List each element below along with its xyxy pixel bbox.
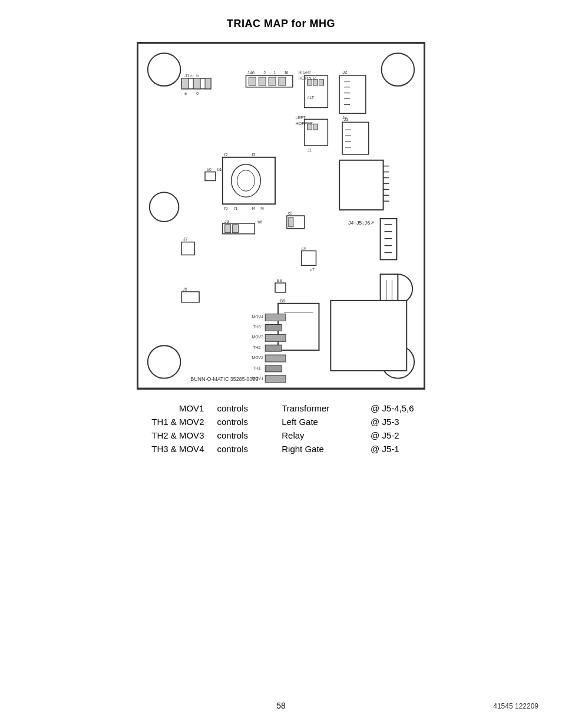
svg-text:f4: f4 [260,206,264,210]
svg-text:TH3: TH3 [253,325,260,329]
svg-text:c7: c7 [310,268,315,272]
location-label: @ J5-2 [363,429,446,442]
svg-rect-20 [279,77,286,85]
svg-text:TH2: TH2 [253,345,260,350]
component-label: TH3 & MOV4 [116,442,210,456]
diagram-container: J1 c b e 0 J46 2 1 J6 RIGHT HOPPER 4LT J… [137,42,425,390]
svg-text:c0: c0 [288,211,292,215]
svg-text:f4: f4 [252,206,255,210]
svg-rect-30 [313,80,318,85]
svg-text:f3: f3 [252,153,255,157]
svg-text:1: 1 [273,71,276,75]
svg-rect-44 [313,124,318,130]
svg-text:b0: b0 [207,167,211,172]
svg-text:f0: f0 [224,206,228,210]
svg-text:MOV2: MOV2 [252,355,263,360]
svg-rect-8 [181,78,189,89]
svg-rect-86 [275,283,286,292]
svg-rect-90 [278,304,319,350]
action-label: controls [210,401,275,415]
svg-text:f1: f1 [234,206,238,210]
svg-rect-29 [308,80,312,85]
svg-rect-10 [205,78,211,89]
svg-rect-83 [302,251,316,266]
svg-rect-32 [339,75,366,113]
svg-text:4LT: 4LT [308,95,315,100]
svg-rect-101 [265,345,282,351]
svg-rect-105 [265,365,282,372]
svg-rect-9 [193,78,200,89]
svg-text:f2: f2 [224,153,228,157]
svg-rect-17 [249,77,256,85]
svg-text:MOV3: MOV3 [252,335,263,339]
doc-number: 41545 122209 [493,702,538,710]
svg-text:J2: J2 [342,70,347,75]
svg-text:MOV4: MOV4 [252,315,263,319]
legend-table: MOV1controlsTransformer@ J5-4,5,6TH1 & M… [116,401,446,456]
svg-text:2: 2 [263,71,266,75]
target-label: Transformer [275,401,363,415]
component-label: MOV1 [116,401,210,415]
svg-text:J3: J3 [343,117,349,122]
action-label: controls [210,442,275,456]
component-label: TH2 & MOV3 [116,429,210,442]
svg-rect-18 [259,77,266,85]
component-label: TH1 & MOV2 [116,415,210,429]
svg-rect-99 [265,334,286,341]
svg-rect-74 [225,225,231,233]
svg-rect-77 [205,172,216,181]
page-footer: 58 [0,701,562,710]
target-label: Relay [275,429,363,442]
svg-text:0: 0 [196,91,199,95]
location-label: @ J5-1 [363,442,446,456]
svg-rect-103 [265,355,286,362]
svg-text:RIGHT: RIGHT [299,70,312,74]
page-title: TRIAC MAP for MHG [0,0,562,42]
target-label: Left Gate [275,415,363,429]
target-label: Right Gate [275,442,363,456]
svg-text:b: b [196,74,199,78]
svg-rect-43 [308,124,312,130]
svg-rect-107 [265,375,286,383]
page-number: 58 [276,701,286,710]
svg-text:J4↑J5↓J6↗: J4↑J5↓J6↗ [348,220,375,226]
svg-point-5 [150,192,179,222]
location-label: @ J5-3 [363,415,446,429]
svg-rect-88 [181,292,199,302]
svg-rect-52 [339,160,383,210]
action-label: controls [210,429,275,442]
svg-point-2 [382,53,415,86]
svg-rect-19 [269,77,276,85]
svg-text:J6: J6 [284,71,288,75]
svg-rect-81 [289,218,293,227]
svg-rect-46 [342,122,369,154]
svg-text:LEFT: LEFT [296,116,306,120]
svg-rect-31 [319,80,323,85]
svg-rect-93 [330,301,406,371]
svg-text:c4: c4 [302,246,306,251]
location-label: @ J5-4,5,6 [363,401,446,415]
legend-row: TH2 & MOV3controlsRelay@ J5-2 [116,429,446,442]
legend-row: TH3 & MOV4controlsRight Gate@ J5-1 [116,442,446,456]
svg-rect-75 [233,225,239,233]
svg-text:TH1: TH1 [253,366,260,370]
svg-rect-109 [181,242,194,255]
svg-point-1 [148,53,181,86]
svg-text:b1: b1 [217,167,222,172]
svg-text:B8: B8 [277,278,282,282]
svg-text:J46: J46 [247,70,254,75]
svg-text:b6: b6 [257,220,262,224]
svg-rect-97 [265,324,282,331]
legend-row: MOV1controlsTransformer@ J5-4,5,6 [116,401,446,415]
svg-text:c: c [190,74,193,78]
action-label: controls [210,415,275,429]
legend-row: TH1 & MOV2controlsLeft Gate@ J5-3 [116,415,446,429]
svg-text:J1: J1 [184,73,190,78]
svg-text:J5: J5 [183,287,187,291]
svg-text:J7: J7 [183,237,187,241]
svg-rect-95 [265,314,286,321]
svg-text:e: e [184,91,187,95]
svg-text:J1: J1 [308,148,312,152]
svg-text:BUNN-O-MATIC 35285-0000: BUNN-O-MATIC 35285-0000 [190,376,258,382]
svg-text:B9: B9 [280,298,286,304]
